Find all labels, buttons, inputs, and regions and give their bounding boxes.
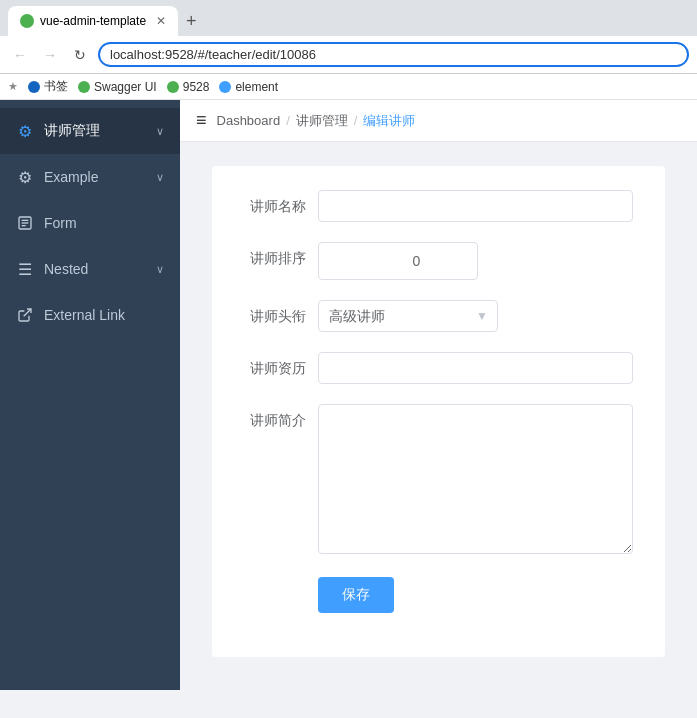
- sidebar-item-nested[interactable]: ☰ Nested ∨: [0, 246, 180, 292]
- form-container: 讲师名称 讲师排序 0 ▲ ▼: [180, 142, 697, 681]
- bookmarks-icon: ★: [8, 80, 18, 93]
- field-order: 0 ▲ ▼: [318, 242, 633, 280]
- bookmark-favicon-element: [219, 81, 231, 93]
- field-row-order: 讲师排序 0 ▲ ▼: [228, 242, 633, 280]
- breadcrumb-dashboard[interactable]: Dashboard: [217, 113, 281, 128]
- sidebar-label-form: Form: [44, 215, 164, 231]
- breadcrumb-edit-teacher: 编辑讲师: [363, 112, 415, 130]
- bookmark-favicon-shujian: [28, 81, 40, 93]
- back-button[interactable]: ←: [8, 43, 32, 67]
- bookmark-swagger[interactable]: Swagger UI: [78, 80, 157, 94]
- label-name: 讲师名称: [228, 190, 318, 216]
- bookmark-label-9528: 9528: [183, 80, 210, 94]
- browser-tab-active[interactable]: vue-admin-template ✕: [8, 6, 178, 36]
- sidebar: ⚙ 讲师管理 ∨ ⚙ Example ∨ Form ☰ Nested ∨: [0, 100, 180, 690]
- sidebar-arrow-teacher: ∨: [156, 125, 164, 138]
- input-order-value[interactable]: 0: [319, 246, 478, 276]
- field-row-name: 讲师名称: [228, 190, 633, 222]
- field-name: [318, 190, 633, 222]
- main-content: ≡ Dashboard / 讲师管理 / 编辑讲师 讲师名称: [180, 100, 697, 690]
- label-level: 讲师头衔: [228, 300, 318, 326]
- new-tab-button[interactable]: +: [182, 11, 201, 32]
- field-intro: [318, 404, 633, 557]
- breadcrumb-sep-2: /: [354, 113, 358, 128]
- sidebar-item-example[interactable]: ⚙ Example ∨: [0, 154, 180, 200]
- sidebar-label-external: External Link: [44, 307, 164, 323]
- tab-title: vue-admin-template: [40, 14, 146, 28]
- bookmark-9528[interactable]: 9528: [167, 80, 210, 94]
- page-header: ≡ Dashboard / 讲师管理 / 编辑讲师: [180, 100, 697, 142]
- sidebar-item-external[interactable]: External Link: [0, 292, 180, 338]
- bookmark-element[interactable]: element: [219, 80, 278, 94]
- sidebar-label-teacher: 讲师管理: [44, 122, 146, 140]
- label-order: 讲师排序: [228, 242, 318, 268]
- breadcrumb-sep-1: /: [286, 113, 290, 128]
- sidebar-label-nested: Nested: [44, 261, 146, 277]
- reload-button[interactable]: ↻: [68, 43, 92, 67]
- input-career[interactable]: [318, 352, 633, 384]
- field-row-level: 讲师头衔 高级讲师 首席讲师 ▼: [228, 300, 633, 332]
- tab-bar: vue-admin-template ✕ +: [0, 0, 697, 36]
- nav-bar: ← → ↻: [0, 36, 697, 74]
- input-name[interactable]: [318, 190, 633, 222]
- field-row-intro: 讲师简介: [228, 404, 633, 557]
- field-career: [318, 352, 633, 384]
- bookmark-label-swagger: Swagger UI: [94, 80, 157, 94]
- bookmark-label-shujian: 书签: [44, 78, 68, 95]
- watermark: CSDN @认真生活的灰太狼: [180, 681, 697, 690]
- teacher-icon: ⚙: [16, 122, 34, 140]
- sidebar-item-teacher[interactable]: ⚙ 讲师管理 ∨: [0, 108, 180, 154]
- sidebar-arrow-example: ∨: [156, 171, 164, 184]
- form-icon: [16, 214, 34, 232]
- form-action-row: 保存: [228, 577, 633, 613]
- save-button[interactable]: 保存: [318, 577, 394, 613]
- sidebar-item-form[interactable]: Form: [0, 200, 180, 246]
- sidebar-menu: ⚙ 讲师管理 ∨ ⚙ Example ∨ Form ☰ Nested ∨: [0, 100, 180, 338]
- select-wrapper-level: 高级讲师 首席讲师 ▼: [318, 300, 498, 332]
- example-icon: ⚙: [16, 168, 34, 186]
- form-card: 讲师名称 讲师排序 0 ▲ ▼: [212, 166, 665, 657]
- breadcrumb: Dashboard / 讲师管理 / 编辑讲师: [217, 112, 416, 130]
- breadcrumb-teacher-mgmt[interactable]: 讲师管理: [296, 112, 348, 130]
- tab-favicon: [20, 14, 34, 28]
- browser-window: vue-admin-template ✕ + ← → ↻ ★ 书签 Swagge…: [0, 0, 697, 100]
- bookmark-favicon-9528: [167, 81, 179, 93]
- external-icon: [16, 306, 34, 324]
- sidebar-arrow-nested: ∨: [156, 263, 164, 276]
- bookmark-favicon-swagger: [78, 81, 90, 93]
- label-intro: 讲师简介: [228, 404, 318, 430]
- tab-close-button[interactable]: ✕: [156, 14, 166, 28]
- menu-toggle-button[interactable]: ≡: [196, 110, 207, 131]
- label-career: 讲师资历: [228, 352, 318, 378]
- app-container: ⚙ 讲师管理 ∨ ⚙ Example ∨ Form ☰ Nested ∨: [0, 100, 697, 690]
- select-level[interactable]: 高级讲师 首席讲师: [318, 300, 498, 332]
- sidebar-label-example: Example: [44, 169, 146, 185]
- textarea-intro[interactable]: [318, 404, 633, 554]
- svg-line-4: [24, 309, 31, 316]
- bookmark-shujian[interactable]: 书签: [28, 78, 68, 95]
- field-row-career: 讲师资历: [228, 352, 633, 384]
- field-level: 高级讲师 首席讲师 ▼: [318, 300, 633, 332]
- address-bar[interactable]: [98, 42, 689, 67]
- number-input-order: 0 ▲ ▼: [318, 242, 478, 280]
- bookmark-label-element: element: [235, 80, 278, 94]
- forward-button[interactable]: →: [38, 43, 62, 67]
- nested-icon: ☰: [16, 260, 34, 278]
- bookmarks-bar: ★ 书签 Swagger UI 9528 element: [0, 74, 697, 100]
